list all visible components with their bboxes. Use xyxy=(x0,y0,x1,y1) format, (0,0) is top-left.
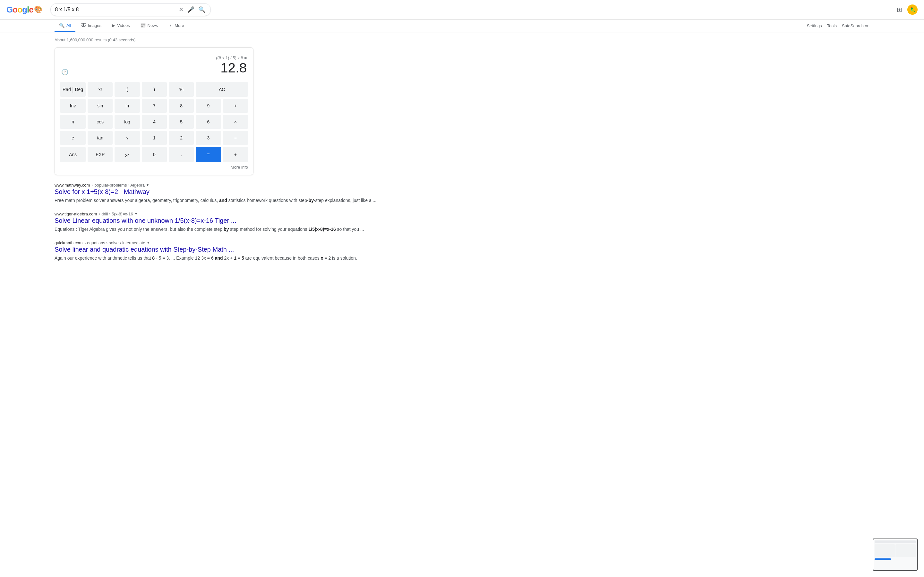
result-title-3[interactable]: Solve linear and quadratic equations wit… xyxy=(55,246,869,253)
safesearch-label: SafeSearch on xyxy=(842,23,869,28)
result-item-1: www.mathway.com › popular-problems › Alg… xyxy=(55,183,869,204)
calc-result: 12.8 xyxy=(216,60,247,76)
news-icon: 📰 xyxy=(140,23,145,28)
result-title-1[interactable]: Solve for x 1+5(x-8)=2 - Mathway xyxy=(55,188,869,195)
nav-right: Settings Tools SafeSearch on xyxy=(807,23,869,28)
grid-icon: ⊞ xyxy=(897,6,902,13)
result-snippet-3: Again our experience with arithmetic tel… xyxy=(55,255,869,261)
calc-4-btn[interactable]: 4 xyxy=(142,115,167,129)
calc-close-paren-btn[interactable]: ) xyxy=(142,82,167,97)
search-button[interactable]: 🔍 xyxy=(198,5,206,14)
result-snippet-1: Free math problem solver answers your al… xyxy=(55,197,869,204)
calc-result-area: ((8 x 1) / 5) x 8 = 12.8 xyxy=(216,55,247,76)
calc-e-btn[interactable]: e xyxy=(60,131,86,145)
clear-icon: ✕ xyxy=(179,6,184,13)
avatar-image: 🦜 xyxy=(910,7,915,12)
result-dropdown-icon-1[interactable]: ▾ xyxy=(147,183,149,187)
tab-all[interactable]: 🔍 All xyxy=(55,19,75,32)
rad-deg-divider: | xyxy=(72,87,74,92)
calc-ac-btn[interactable]: AC xyxy=(196,82,248,97)
result-url-line-1: www.mathway.com › popular-problems › Alg… xyxy=(55,183,869,187)
calc-8-btn[interactable]: 8 xyxy=(169,99,194,113)
result-url-line-3: quickmath.com › equations › solve › inte… xyxy=(55,240,869,245)
result-breadcrumb-2: › drill › 5(x-8)=x-16 xyxy=(99,211,133,216)
calc-5-btn[interactable]: 5 xyxy=(169,115,194,129)
videos-icon: ▶ xyxy=(111,23,115,28)
result-snippet-2: Equations : Tiger Algebra gives you not … xyxy=(55,226,869,233)
result-item-2: www.tiger-algebra.com › drill › 5(x-8)=x… xyxy=(55,211,869,233)
calc-buttons: Rad | Deg x! ( ) % AC Inv sin ln 7 8 9 +… xyxy=(60,82,248,162)
microphone-icon: 🎤 xyxy=(187,6,194,13)
result-domain-2: www.tiger-algebra.com xyxy=(55,211,97,216)
all-icon: 🔍 xyxy=(59,23,65,28)
results-count: About 1,600,000,000 results (0.43 second… xyxy=(55,37,869,42)
calc-pi-btn[interactable]: π xyxy=(60,115,86,129)
result-domain-3: quickmath.com xyxy=(55,240,82,245)
result-item-3: quickmath.com › equations › solve › inte… xyxy=(55,240,869,261)
calc-dot-btn[interactable]: . xyxy=(169,147,194,162)
more-info-link[interactable]: More info xyxy=(60,165,248,169)
search-icon: 🔍 xyxy=(198,6,205,13)
search-results: www.mathway.com › popular-problems › Alg… xyxy=(55,183,869,261)
calc-display: 🕐 ((8 x 1) / 5) x 8 = 12.8 xyxy=(60,53,248,78)
calc-7-btn[interactable]: 7 xyxy=(142,99,167,113)
calc-log-btn[interactable]: log xyxy=(115,115,140,129)
nav-tabs: 🔍 All 🖼 Images ▶ Videos 📰 News ⋮ More Se… xyxy=(0,19,924,32)
result-dropdown-icon-3[interactable]: ▾ xyxy=(147,240,149,245)
calc-xfactorial-btn[interactable]: x! xyxy=(87,82,113,97)
header-right: ⊞ 🦜 xyxy=(897,5,918,15)
header: Google 🎨 8 x 1/5 x 8 ✕ 🎤 🔍 ⊞ 🦜 xyxy=(0,0,924,19)
calc-expression: ((8 x 1) / 5) x 8 = xyxy=(216,55,247,60)
calc-1-btn[interactable]: 1 xyxy=(142,131,167,145)
calc-cos-btn[interactable]: cos xyxy=(87,115,113,129)
result-breadcrumb-1: › popular-problems › Algebra xyxy=(92,183,145,187)
calc-sqrt-btn[interactable]: √ xyxy=(115,131,140,145)
calc-0-btn[interactable]: 0 xyxy=(142,147,167,162)
calc-percent-btn[interactable]: % xyxy=(169,82,194,97)
results-area: About 1,600,000,000 results (0.43 second… xyxy=(0,32,924,276)
calc-inv-btn[interactable]: Inv xyxy=(60,99,86,113)
settings-button[interactable]: Settings xyxy=(807,23,822,28)
calc-3-btn[interactable]: 3 xyxy=(196,131,221,145)
calc-xy-btn[interactable]: xy xyxy=(115,147,140,162)
tab-videos[interactable]: ▶ Videos xyxy=(107,19,134,32)
tools-button[interactable]: Tools xyxy=(827,23,837,28)
search-input[interactable]: 8 x 1/5 x 8 xyxy=(55,7,176,13)
search-bar: 8 x 1/5 x 8 ✕ 🎤 🔍 xyxy=(50,3,211,16)
result-dropdown-icon-2[interactable]: ▾ xyxy=(135,211,137,216)
avatar[interactable]: 🦜 xyxy=(907,5,918,15)
calc-multiply-btn[interactable]: × xyxy=(223,115,248,129)
images-icon: 🖼 xyxy=(81,23,86,28)
calc-plus-row2-btn[interactable]: + xyxy=(223,99,248,113)
clear-button[interactable]: ✕ xyxy=(178,5,184,14)
calc-rad-btn[interactable]: Rad | Deg xyxy=(60,82,86,97)
calc-minus-btn[interactable]: − xyxy=(223,131,248,145)
calc-2-btn[interactable]: 2 xyxy=(169,131,194,145)
tab-news[interactable]: 📰 News xyxy=(136,19,163,32)
calc-tan-btn[interactable]: tan xyxy=(87,131,113,145)
calc-ln-btn[interactable]: ln xyxy=(115,99,140,113)
logo-decoration: 🎨 xyxy=(34,5,43,14)
result-title-2[interactable]: Solve Linear equations with one unknown … xyxy=(55,217,869,224)
apps-button[interactable]: ⊞ xyxy=(897,6,902,13)
tab-images[interactable]: 🖼 Images xyxy=(77,19,106,32)
calc-equals-btn[interactable]: = xyxy=(196,147,221,162)
calc-plus-row5-btn[interactable]: + xyxy=(223,147,248,162)
calc-9-btn[interactable]: 9 xyxy=(196,99,221,113)
google-logo[interactable]: Google 🎨 xyxy=(6,5,43,15)
calc-open-paren-btn[interactable]: ( xyxy=(115,82,140,97)
voice-search-button[interactable]: 🎤 xyxy=(187,5,195,14)
result-url-line-2: www.tiger-algebra.com › drill › 5(x-8)=x… xyxy=(55,211,869,216)
calculator-widget: 🕐 ((8 x 1) / 5) x 8 = 12.8 Rad | Deg x! … xyxy=(55,47,254,175)
tab-more[interactable]: ⋮ More xyxy=(164,19,189,32)
more-icon: ⋮ xyxy=(168,23,173,28)
calc-6-btn[interactable]: 6 xyxy=(196,115,221,129)
calc-ans-btn[interactable]: Ans xyxy=(60,147,86,162)
calc-sin-btn[interactable]: sin xyxy=(87,99,113,113)
calc-history-icon[interactable]: 🕐 xyxy=(61,69,68,76)
result-domain-1: www.mathway.com xyxy=(55,183,90,187)
result-breadcrumb-3: › equations › solve › intermediate xyxy=(84,240,145,245)
calc-exp-btn[interactable]: EXP xyxy=(87,147,113,162)
